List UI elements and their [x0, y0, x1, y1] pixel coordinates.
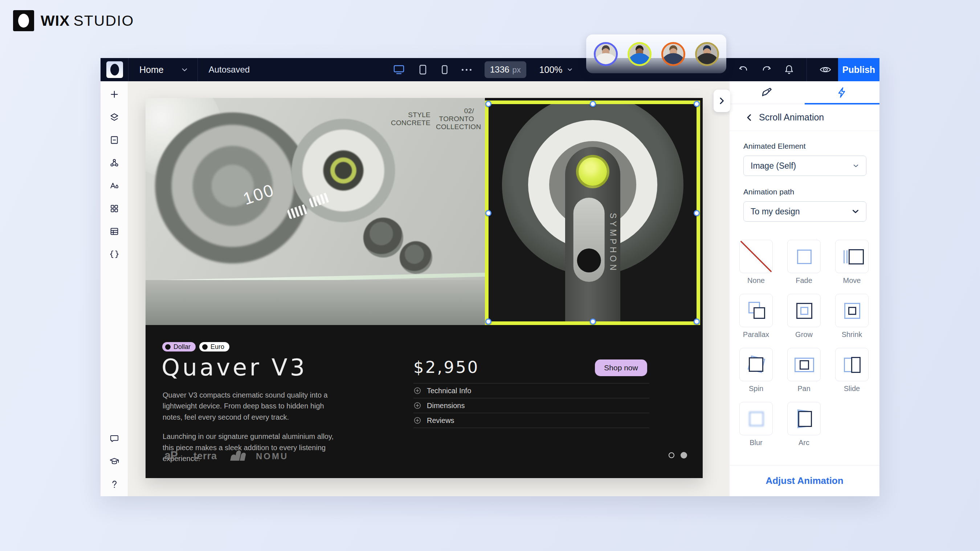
resize-handle-sw[interactable] — [485, 319, 492, 325]
parallax-preview-icon — [739, 294, 773, 327]
resize-handle-s[interactable] — [590, 319, 596, 325]
collaborator-avatar[interactable] — [695, 42, 719, 66]
none-preview-icon — [739, 240, 773, 273]
app-market-icon[interactable] — [109, 203, 120, 214]
currency-euro-pill[interactable]: Euro — [199, 342, 229, 351]
resize-handle-se[interactable] — [694, 319, 700, 325]
animation-option-parallax[interactable]: Parallax — [739, 294, 773, 339]
lightning-bolt-icon — [837, 87, 848, 98]
editor-window: Home Autosaved 1336 px — [100, 58, 880, 496]
adjust-animation-link[interactable]: Adjust Animation — [730, 465, 880, 496]
selected-image-element[interactable]: SYMPHON — [485, 100, 700, 325]
option-label: Fade — [787, 276, 821, 285]
shop-now-button[interactable]: Shop now — [595, 359, 647, 376]
resize-handle-nw[interactable] — [485, 101, 492, 107]
undo-icon[interactable] — [738, 64, 749, 75]
eyebrow-line: STYLE — [378, 111, 431, 119]
notifications-bell-icon[interactable] — [783, 64, 795, 76]
animation-option-arc[interactable]: Arc — [787, 402, 821, 447]
animation-option-blur[interactable]: Blur — [739, 402, 773, 447]
chevron-down-icon — [181, 67, 188, 73]
earbud-tip-shape — [363, 218, 403, 257]
move-preview-icon — [835, 240, 869, 273]
resize-handle-w[interactable] — [485, 210, 492, 216]
avatar-photo — [596, 44, 616, 64]
connections-icon[interactable] — [109, 157, 120, 168]
animated-element-label: Animated Element — [743, 142, 866, 151]
collapse-panel-button[interactable] — [714, 90, 730, 112]
eyebrow-style-text[interactable]: STYLE CONCRETE — [378, 111, 431, 127]
site-page[interactable]: 100 STYLE CONCRETE 02/ TORONTO COLLECTIO… — [146, 98, 703, 478]
site-logo-tile[interactable] — [107, 61, 123, 78]
carousel-pagination — [668, 452, 687, 459]
canvas-width-field[interactable]: 1336 px — [485, 61, 526, 78]
earbud-image: SYMPHON — [488, 104, 697, 321]
desktop-breakpoint-icon[interactable] — [393, 64, 405, 75]
page-selector[interactable]: Home — [129, 58, 197, 81]
add-elements-icon[interactable] — [109, 89, 120, 100]
eyebrow-line: 02/ — [436, 107, 474, 115]
topbar-divider — [197, 58, 198, 81]
animation-option-spin[interactable]: Spin — [739, 348, 773, 393]
product-price[interactable]: $2,950 — [414, 358, 479, 377]
carousel-dot-inactive[interactable] — [668, 453, 675, 458]
logo-ap: aP. — [164, 449, 179, 462]
publish-button[interactable]: Publish — [838, 58, 880, 81]
resize-handle-n[interactable] — [590, 101, 596, 107]
tab-animations[interactable] — [805, 81, 880, 104]
animated-element-dropdown[interactable]: Image (Self) — [743, 156, 866, 176]
academy-icon[interactable] — [109, 456, 120, 467]
content-manager-icon[interactable] — [109, 226, 120, 237]
collaborator-avatar[interactable] — [661, 42, 685, 66]
stem-silver-clip — [573, 198, 605, 282]
topbar-actions: Publish — [732, 58, 880, 81]
arc-preview-icon — [787, 402, 821, 435]
animation-option-slide[interactable]: Slide — [835, 348, 869, 393]
accordion-row-reviews[interactable]: Reviews — [414, 413, 649, 428]
animation-option-none[interactable]: None — [739, 240, 773, 285]
code-icon[interactable] — [109, 249, 120, 260]
animation-path-value: To my design — [751, 207, 800, 216]
accordion-row-technical-info[interactable]: Technical Info — [414, 383, 649, 398]
animation-option-shrink[interactable]: Shrink — [835, 294, 869, 339]
carousel-dot-active[interactable] — [681, 452, 687, 459]
plus-circle-icon — [414, 387, 422, 395]
product-accordion: Technical Info Dimensions Reviews — [414, 383, 649, 428]
resize-handle-e[interactable] — [694, 210, 700, 216]
animation-option-move[interactable]: Move — [835, 240, 869, 285]
tab-design[interactable] — [730, 81, 805, 104]
resize-handle-ne[interactable] — [694, 101, 700, 107]
animation-path-dropdown[interactable]: To my design — [743, 201, 866, 222]
blur-preview-icon — [739, 402, 773, 435]
animation-option-pan[interactable]: Pan — [787, 348, 821, 393]
breakpoint-controls: 1336 px 100% — [393, 58, 573, 81]
more-breakpoints-icon[interactable] — [462, 69, 471, 71]
mountain-mark-icon — [231, 451, 245, 460]
design-canvas[interactable]: 100 STYLE CONCRETE 02/ TORONTO COLLECTIO… — [128, 81, 730, 496]
topbar-divider — [807, 58, 807, 81]
currency-dollar-pill[interactable]: Dollar — [162, 342, 196, 351]
pages-icon[interactable] — [109, 135, 120, 146]
option-label: Spin — [739, 384, 773, 393]
back-chevron-icon[interactable] — [746, 114, 753, 122]
hero-image-left[interactable]: 100 STYLE CONCRETE 02/ TORONTO COLLECTIO… — [146, 98, 485, 325]
zoom-selector[interactable]: 100% — [539, 65, 573, 75]
help-icon[interactable] — [109, 479, 120, 490]
comments-icon[interactable] — [109, 433, 120, 444]
tablet-breakpoint-icon[interactable] — [418, 64, 428, 75]
animation-option-grow[interactable]: Grow — [787, 294, 821, 339]
mobile-breakpoint-icon[interactable] — [441, 64, 449, 75]
layers-icon[interactable] — [109, 112, 120, 122]
animation-option-fade[interactable]: Fade — [787, 240, 821, 285]
earbud-tip-shape — [399, 241, 432, 274]
eyebrow-collection-text[interactable]: 02/ TORONTO COLLECTION — [436, 107, 474, 131]
plus-circle-icon — [414, 402, 422, 410]
site-styles-icon[interactable] — [109, 180, 120, 191]
preview-eye-icon[interactable] — [818, 64, 833, 76]
collaborator-avatar[interactable] — [594, 42, 618, 66]
description-paragraph: Quaver V3 compacts cinematic sound quali… — [162, 390, 340, 422]
accordion-row-dimensions[interactable]: Dimensions — [414, 398, 649, 413]
product-title[interactable]: Quaver V3 — [162, 354, 307, 381]
redo-icon[interactable] — [760, 64, 772, 75]
collaborator-avatar[interactable] — [628, 42, 652, 66]
